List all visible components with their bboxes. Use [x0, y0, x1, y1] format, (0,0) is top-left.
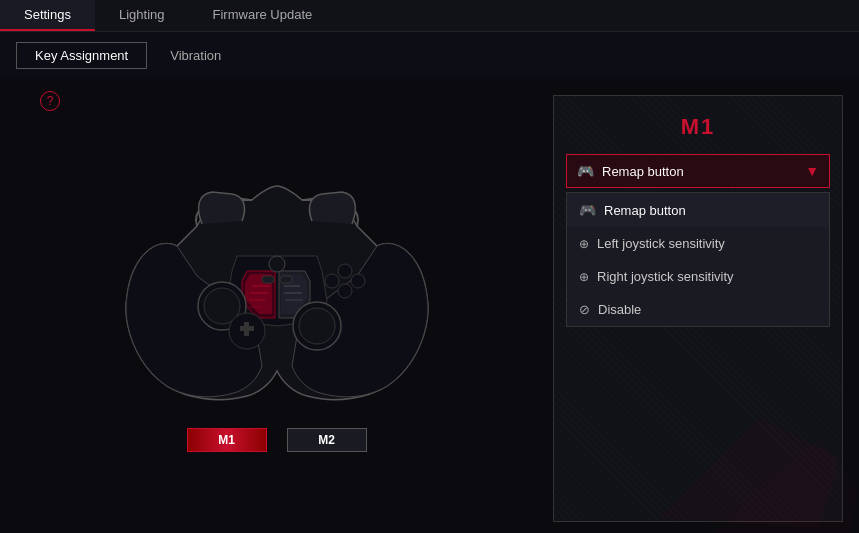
dropdown-item-remap[interactable]: 🎮 Remap button	[567, 193, 829, 227]
nav-tabs: Settings Lighting Firmware Update	[0, 0, 859, 32]
right-panel: M1 🎮 Remap button ▼ 🎮 Remap button ⊕ Lef…	[553, 95, 843, 522]
svg-rect-19	[280, 276, 292, 283]
tab-settings[interactable]: Settings	[0, 0, 95, 31]
remap-icon: 🎮	[579, 202, 596, 218]
tab-lighting[interactable]: Lighting	[95, 0, 189, 31]
disable-icon: ⊘	[579, 302, 590, 317]
m-buttons: M1 M2	[187, 428, 367, 452]
controller-image	[117, 156, 437, 416]
svg-rect-18	[262, 276, 274, 283]
svg-point-14	[325, 274, 339, 288]
gamepad-icon: 🎮	[577, 163, 594, 179]
svg-point-10	[299, 308, 335, 344]
help-icon[interactable]: ?	[40, 91, 60, 111]
main-content: ?	[0, 79, 859, 533]
left-joystick-icon: ⊕	[579, 237, 589, 251]
sub-tabs: Key Assignment Vibration	[0, 32, 859, 79]
svg-point-15	[338, 264, 352, 278]
panel-title: M1	[554, 96, 842, 154]
subtab-vibration[interactable]: Vibration	[151, 42, 240, 69]
controller-area: ?	[0, 79, 553, 533]
dropdown-selected[interactable]: 🎮 Remap button ▼	[566, 154, 830, 188]
dropdown-item-right-joystick[interactable]: ⊕ Right joystick sensitivity	[567, 260, 829, 293]
svg-point-17	[338, 284, 352, 298]
dropdown-selected-text: 🎮 Remap button	[577, 163, 684, 179]
m1-button[interactable]: M1	[187, 428, 267, 452]
subtab-key-assignment[interactable]: Key Assignment	[16, 42, 147, 69]
svg-rect-13	[244, 322, 249, 336]
dropdown-arrow-icon: ▼	[805, 163, 819, 179]
dropdown-list: 🎮 Remap button ⊕ Left joystick sensitivi…	[566, 192, 830, 327]
svg-point-20	[269, 256, 285, 272]
right-joystick-icon: ⊕	[579, 270, 589, 284]
m2-button[interactable]: M2	[287, 428, 367, 452]
dropdown-item-disable[interactable]: ⊘ Disable	[567, 293, 829, 326]
svg-point-16	[351, 274, 365, 288]
controller-wrapper: M1 M2	[117, 156, 437, 452]
dropdown-selected-label: Remap button	[602, 164, 684, 179]
dropdown-item-left-joystick[interactable]: ⊕ Left joystick sensitivity	[567, 227, 829, 260]
tab-firmware-update[interactable]: Firmware Update	[189, 0, 337, 31]
